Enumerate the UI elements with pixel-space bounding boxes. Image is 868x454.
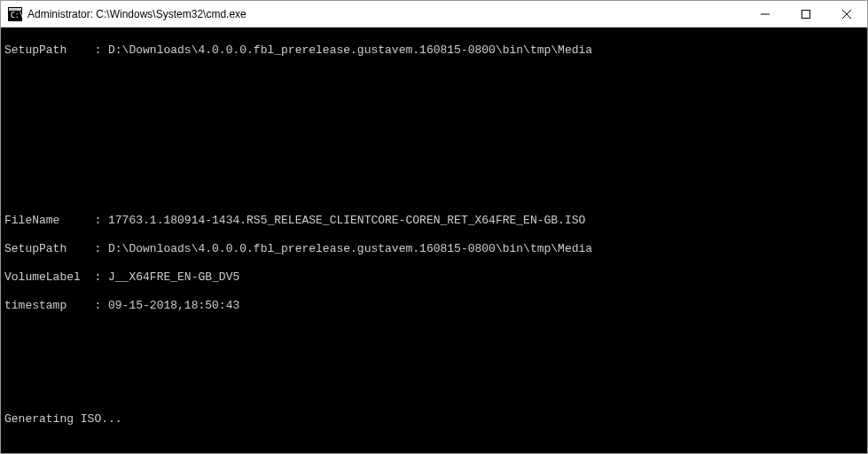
output-line: [4, 441, 864, 453]
output-line: [4, 356, 864, 370]
output-line: [4, 384, 864, 398]
output-line: SetupPath : D:\Downloads\4.0.0.0.fbl_pre…: [4, 43, 864, 58]
minimize-button[interactable]: [745, 1, 786, 27]
window-controls: [745, 1, 867, 27]
output-line: [4, 157, 864, 171]
output-line: [4, 327, 864, 341]
output-line: VolumeLabel : J__X64FRE_EN-GB_DV5: [4, 270, 864, 285]
output-line: [4, 72, 864, 86]
window-title: Administrator: C:\Windows\System32\cmd.e…: [27, 8, 745, 20]
cmd-window: C:\ Administrator: C:\Windows\System32\c…: [0, 0, 868, 454]
svg-rect-1: [9, 8, 21, 11]
close-button[interactable]: [826, 1, 867, 27]
output-line: [4, 100, 864, 114]
svg-rect-4: [802, 10, 810, 18]
output-line: SetupPath : D:\Downloads\4.0.0.0.fbl_pre…: [4, 242, 864, 256]
output-line: FileName : 17763.1.180914-1434.RS5_RELEA…: [4, 214, 864, 228]
maximize-button[interactable]: [786, 1, 826, 27]
output-line: [4, 129, 864, 143]
terminal-output[interactable]: SetupPath : D:\Downloads\4.0.0.0.fbl_pre…: [1, 27, 867, 453]
titlebar[interactable]: C:\ Administrator: C:\Windows\System32\c…: [1, 1, 867, 27]
output-line: [4, 185, 864, 200]
output-line: Generating ISO...: [4, 412, 864, 427]
cmd-icon: C:\: [8, 7, 22, 21]
svg-text:C:\: C:\: [11, 12, 22, 20]
output-line: timestamp : 09-15-2018,18:50:43: [4, 299, 864, 313]
